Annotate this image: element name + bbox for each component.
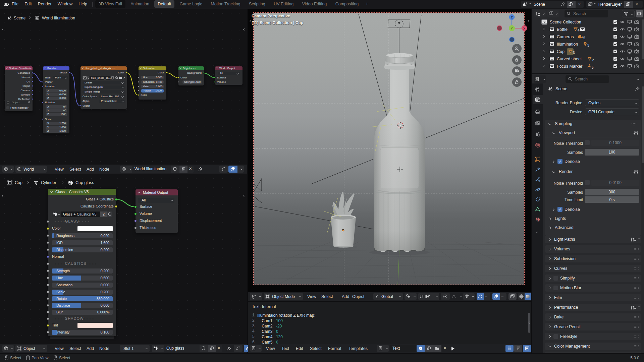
svg-text:Z: Z [511,15,513,19]
svg-text:Y: Y [511,26,513,30]
svg-text:X: X [523,26,526,30]
